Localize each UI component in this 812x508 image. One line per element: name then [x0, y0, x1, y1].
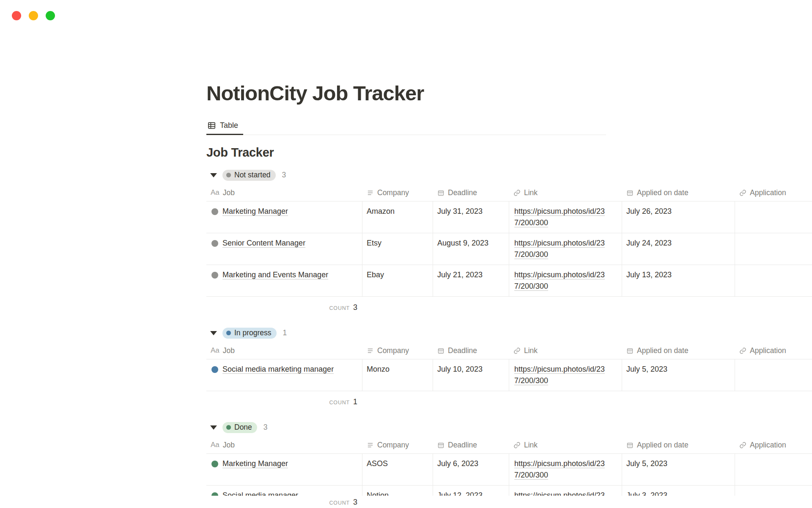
calendar-icon	[626, 442, 634, 449]
job-page-link[interactable]: Marketing Manager	[222, 206, 288, 217]
column-header-company[interactable]: Company	[362, 188, 433, 197]
table-row: Marketing and Events Manager Ebay July 2…	[206, 265, 812, 297]
cell-deadline[interactable]: August 9, 2023	[433, 233, 509, 265]
table-header-row: AaJob Company Deadline Link Applied on d…	[206, 342, 812, 359]
cell-application[interactable]	[735, 486, 812, 496]
column-header-deadline[interactable]: Deadline	[433, 188, 509, 197]
cell-company[interactable]: Monzo	[362, 359, 433, 391]
cell-application[interactable]	[735, 359, 812, 391]
view-tab-bar: Table	[206, 121, 606, 135]
cell-job[interactable]: Marketing Manager	[206, 454, 362, 485]
status-dot-icon	[211, 240, 218, 247]
group-row-count: 3	[263, 423, 268, 432]
notion-page: NotionCity Job Tracker Table Job Tracker…	[206, 0, 812, 508]
column-header-deadline[interactable]: Deadline	[433, 441, 509, 450]
database-title[interactable]: Job Tracker	[206, 145, 812, 160]
job-page-link[interactable]: Marketing Manager	[222, 458, 288, 469]
zoom-window-button[interactable]	[46, 11, 55, 20]
job-page-link[interactable]: Senior Content Manager	[222, 237, 305, 249]
column-header-link[interactable]: Link	[509, 441, 622, 450]
list-icon	[367, 189, 374, 196]
cell-deadline[interactable]: July 21, 2023	[433, 265, 509, 296]
cell-applied-on-date[interactable]: July 5, 2023	[622, 454, 735, 485]
column-header-application[interactable]: Application	[735, 441, 812, 450]
collapse-group-toggle[interactable]	[210, 173, 217, 177]
url-link[interactable]: https://picsum.photos/id/237/200/300	[514, 490, 608, 496]
cell-link[interactable]: https://picsum.photos/id/237/200/300	[509, 202, 622, 233]
collapse-group-toggle[interactable]	[210, 425, 217, 430]
job-page-link[interactable]: Marketing and Events Manager	[222, 269, 328, 281]
column-header-application[interactable]: Application	[735, 188, 812, 197]
table-header-row: AaJob Company Deadline Link Applied on d…	[206, 437, 812, 454]
column-header-link[interactable]: Link	[509, 188, 622, 197]
cell-applied-on-date[interactable]: July 13, 2023	[622, 265, 735, 296]
column-header-company[interactable]: Company	[362, 441, 433, 450]
status-pill-done[interactable]: Done	[222, 422, 257, 433]
cell-company[interactable]: Etsy	[362, 233, 433, 265]
cell-applied-on-date[interactable]: July 26, 2023	[622, 202, 735, 233]
url-link[interactable]: https://picsum.photos/id/237/200/300	[514, 206, 608, 229]
column-header-job[interactable]: AaJob	[206, 346, 362, 355]
count-aggregate[interactable]: COUNT3	[206, 498, 362, 507]
calendar-icon	[437, 189, 444, 196]
column-header-job[interactable]: AaJob	[206, 441, 362, 450]
cell-application[interactable]	[735, 233, 812, 265]
column-header-applied-on-date[interactable]: Applied on date	[622, 188, 735, 197]
column-header-application[interactable]: Application	[735, 346, 812, 355]
column-header-deadline[interactable]: Deadline	[433, 346, 509, 355]
count-aggregate[interactable]: COUNT1	[206, 398, 362, 406]
cell-deadline[interactable]: July 10, 2023	[433, 359, 509, 391]
url-link[interactable]: https://picsum.photos/id/237/200/300	[514, 364, 608, 387]
column-header-applied-on-date[interactable]: Applied on date	[622, 441, 735, 450]
cell-job[interactable]: Marketing Manager	[206, 202, 362, 233]
cell-applied-on-date[interactable]: July 3, 2023	[622, 486, 735, 496]
column-header-job[interactable]: AaJob	[206, 188, 362, 197]
cell-applied-on-date[interactable]: July 5, 2023	[622, 359, 735, 391]
close-window-button[interactable]	[12, 11, 21, 20]
url-link[interactable]: https://picsum.photos/id/237/200/300	[514, 458, 608, 481]
cell-deadline[interactable]: July 31, 2023	[433, 202, 509, 233]
list-icon	[367, 442, 374, 449]
cell-application[interactable]	[735, 202, 812, 233]
cell-job[interactable]: Social media manager	[206, 486, 362, 496]
cell-deadline[interactable]: July 6, 2023	[433, 454, 509, 485]
cell-link[interactable]: https://picsum.photos/id/237/200/300	[509, 233, 622, 265]
page-title[interactable]: NotionCity Job Tracker	[206, 81, 812, 106]
window-controls	[12, 11, 55, 20]
cell-company[interactable]: Notion	[362, 486, 433, 496]
status-dot-icon	[226, 425, 231, 430]
cell-company[interactable]: Amazon	[362, 202, 433, 233]
group-header: In progress 1	[206, 326, 812, 340]
cell-application[interactable]	[735, 265, 812, 296]
job-page-link[interactable]: Social media marketing manager	[222, 364, 334, 375]
minimize-window-button[interactable]	[29, 11, 38, 20]
cell-job[interactable]: Marketing and Events Manager	[206, 265, 362, 296]
collapse-group-toggle[interactable]	[210, 331, 217, 335]
status-dot-icon	[211, 208, 218, 215]
status-dot-icon	[211, 492, 218, 496]
cell-company[interactable]: Ebay	[362, 265, 433, 296]
status-pill-not-started[interactable]: Not started	[222, 170, 276, 181]
group-header: Done 3	[206, 421, 812, 434]
cell-job[interactable]: Senior Content Manager	[206, 233, 362, 265]
column-header-applied-on-date[interactable]: Applied on date	[622, 346, 735, 355]
url-link[interactable]: https://picsum.photos/id/237/200/300	[514, 269, 608, 292]
table-view-icon	[207, 121, 216, 130]
cell-applied-on-date[interactable]: July 24, 2023	[622, 233, 735, 265]
count-aggregate[interactable]: COUNT3	[206, 303, 362, 312]
job-page-link[interactable]: Social media manager	[222, 490, 298, 496]
column-header-link[interactable]: Link	[509, 346, 622, 355]
cell-job[interactable]: Social media marketing manager	[206, 359, 362, 391]
cell-link[interactable]: https://picsum.photos/id/237/200/300	[509, 454, 622, 485]
cell-link[interactable]: https://picsum.photos/id/237/200/300	[509, 359, 622, 391]
column-header-company[interactable]: Company	[362, 346, 433, 355]
cell-company[interactable]: ASOS	[362, 454, 433, 485]
cell-link[interactable]: https://picsum.photos/id/237/200/300	[509, 265, 622, 296]
cell-application[interactable]	[735, 454, 812, 485]
cell-deadline[interactable]: July 12, 2023	[433, 486, 509, 496]
url-link[interactable]: https://picsum.photos/id/237/200/300	[514, 237, 608, 260]
group-done: Done 3 AaJob Company Deadline Link Appli…	[206, 421, 812, 508]
cell-link[interactable]: https://picsum.photos/id/237/200/300	[509, 486, 622, 496]
tab-table[interactable]: Table	[206, 121, 243, 135]
status-pill-in-progress[interactable]: In progress	[222, 328, 277, 339]
